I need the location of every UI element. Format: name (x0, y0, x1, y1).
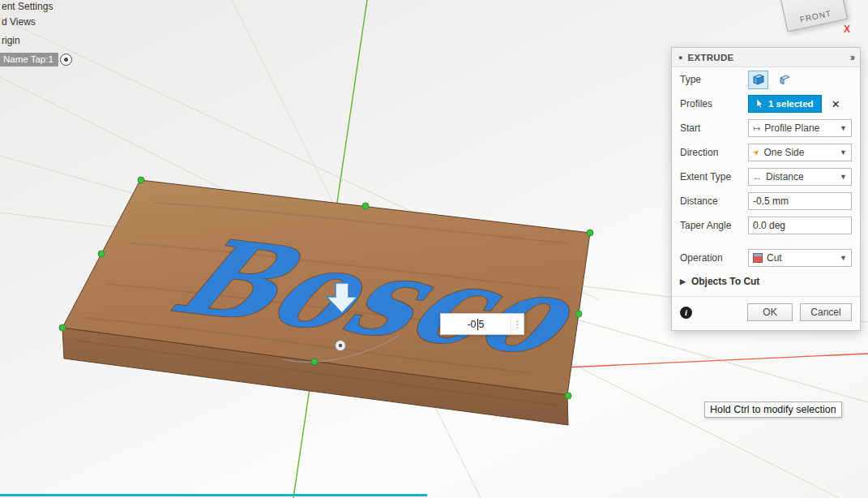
taper-drag-handle[interactable] (336, 341, 346, 351)
kebab-menu-icon[interactable]: ⋮ (511, 314, 524, 334)
dialog-title: EXTRUDE (687, 53, 733, 62)
viewcube-x-axis-label[interactable]: X (844, 24, 850, 35)
profile-plane-icon: ↦ (753, 124, 760, 133)
browser-item-origin[interactable]: rigin (2, 35, 20, 46)
drag-grip-icon: ● (678, 54, 682, 62)
row-profiles: Profiles 1 selected ✕ (672, 92, 860, 116)
clear-selection-icon[interactable]: ✕ (832, 98, 840, 110)
row-spacer (672, 238, 860, 246)
chevron-down-icon: ▼ (840, 254, 847, 262)
taper-angle-label: Taper Angle (680, 220, 746, 231)
handle-corner[interactable] (565, 393, 571, 399)
operation-label: Operation (680, 252, 746, 264)
row-operation: Operation Cut ▼ (672, 246, 860, 270)
row-direction: Direction ➤ One Side ▼ (672, 140, 860, 165)
value-before-caret: -0 (467, 319, 476, 330)
distance-label: Distance (680, 195, 746, 207)
objects-to-cut-section[interactable]: ▶ Objects To Cut (672, 270, 860, 293)
extrude-thin-icon (778, 73, 792, 86)
value-after-caret: 5 (479, 319, 485, 330)
info-icon[interactable]: i (680, 307, 692, 319)
direction-value: One Side (763, 147, 804, 158)
row-type: Type (672, 67, 860, 92)
dialog-footer: i OK Cancel (672, 296, 860, 330)
type-label: Type (680, 74, 746, 85)
distance-input[interactable] (748, 192, 852, 210)
browser-item-named-views[interactable]: d Views (2, 16, 36, 28)
extrude-solid-icon (751, 73, 765, 86)
start-dropdown[interactable]: ↦ Profile Plane ▼ (748, 119, 852, 137)
direction-dropdown[interactable]: ➤ One Side ▼ (748, 144, 852, 161)
objects-to-cut-label: Objects To Cut (691, 276, 759, 287)
direction-label: Direction (680, 147, 746, 158)
handle-edge[interactable] (98, 251, 105, 257)
cut-operation-icon (753, 253, 763, 263)
profiles-selected-count: 1 selected (768, 99, 814, 109)
handle-corner[interactable] (587, 230, 593, 236)
text-caret (477, 319, 478, 330)
row-distance: Distance (672, 189, 860, 213)
row-start: Start ↦ Profile Plane ▼ (672, 116, 860, 140)
expand-panel-icon[interactable]: ›› (850, 52, 853, 63)
type-extrude-solid-button[interactable] (748, 71, 768, 89)
chevron-down-icon: ▼ (840, 148, 847, 157)
profiles-selected-button[interactable]: 1 selected (748, 95, 822, 113)
extent-type-value: Distance (766, 171, 804, 182)
profiles-label: Profiles (680, 98, 746, 109)
chevron-down-icon: ▼ (840, 124, 847, 132)
distance-extent-icon: ↔ (753, 173, 762, 182)
floating-distance-value[interactable]: -0 5 (441, 319, 511, 330)
taper-angle-input[interactable] (748, 217, 852, 234)
type-extrude-thin-button[interactable] (775, 71, 795, 89)
extent-type-dropdown[interactable]: ↔ Distance ▼ (748, 168, 852, 186)
start-value: Profile Plane (764, 122, 819, 134)
extent-type-label: Extent Type (680, 171, 746, 182)
viewcube-front-face-label: FRONT (799, 9, 832, 24)
visibility-radio-icon[interactable] (60, 54, 72, 66)
floating-distance-input[interactable]: -0 5 ⋮ (440, 313, 524, 335)
browser-item-selected-tap[interactable]: Name Tap:1 (0, 53, 58, 67)
cancel-button[interactable]: Cancel (800, 303, 852, 321)
dialog-header[interactable]: ● EXTRUDE ›› (672, 48, 860, 67)
bottom-accent-strip (0, 494, 427, 496)
handle-edge[interactable] (311, 358, 318, 365)
handle-corner[interactable] (59, 324, 66, 331)
cursor-icon (756, 99, 763, 109)
browser-item-document-settings[interactable]: ent Settings (2, 1, 53, 12)
row-taper-angle: Taper Angle (672, 213, 860, 238)
chevron-down-icon: ▼ (840, 173, 847, 181)
one-side-icon: ➤ (751, 147, 762, 157)
expand-triangle-icon: ▶ (680, 277, 686, 285)
operation-dropdown[interactable]: Cut ▼ (748, 249, 852, 267)
extrude-dialog: ● EXTRUDE ›› Type Profiles (671, 47, 861, 331)
operation-value: Cut (767, 252, 782, 264)
handle-edge[interactable] (575, 311, 582, 317)
start-label: Start (680, 122, 746, 134)
handle-edge[interactable] (362, 203, 369, 209)
row-extent-type: Extent Type ↔ Distance ▼ (672, 165, 860, 189)
ok-button[interactable]: OK (747, 303, 793, 321)
handle-corner[interactable] (138, 177, 144, 183)
selection-hint-tooltip: Hold Ctrl to modify selection (704, 401, 842, 418)
